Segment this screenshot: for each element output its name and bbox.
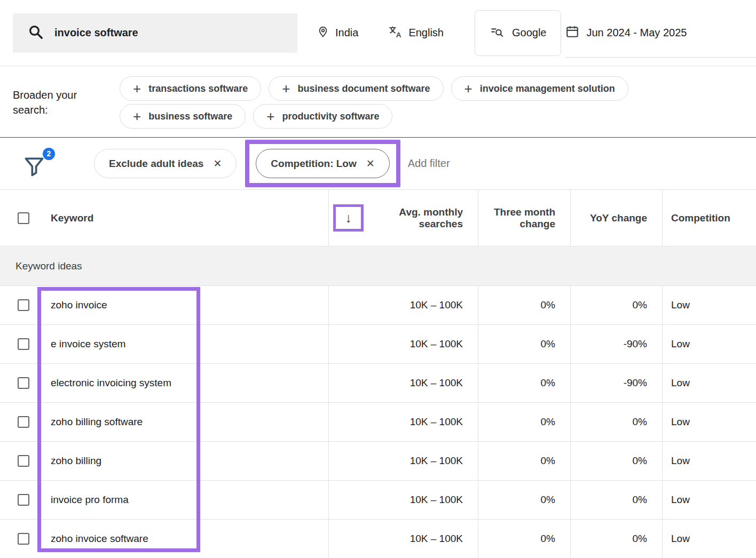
competition-value: Low [671,377,690,389]
header-competition: Competition [671,212,730,224]
plus-icon: + [282,82,290,95]
filter-chip-exclude-adult[interactable]: Exclude adult ideas ✕ [94,149,237,178]
three-month-value: 0% [541,494,555,506]
competition-value: Low [671,455,690,467]
header-avg-monthly-searches: Avg. monthly searches [388,206,463,230]
table-row: zoho billing 10K – 100K 0% 0% Low [0,442,756,481]
row-checkbox[interactable] [18,377,29,389]
broaden-chip[interactable]: + business document software [269,76,443,101]
topbar: invoice software India A English Google … [0,0,756,66]
plus-icon: + [133,109,141,123]
keyword-text: zoho invoice [51,299,107,311]
table-header: Keyword ↓ Avg. monthly searches Three mo… [0,189,756,246]
yoy-value: 0% [633,299,647,311]
broaden-chip-label: business software [148,111,232,122]
yoy-value: 0% [633,416,647,428]
keyword-text: invoice pro forma [51,494,129,506]
competition-chip-highlight: Competition: Low ✕ [245,140,400,187]
close-icon[interactable]: ✕ [366,158,375,169]
broaden-chip[interactable]: + invoice management solution [451,76,628,101]
three-month-value: 0% [541,416,555,428]
broaden-chip[interactable]: + business software [120,104,246,129]
translate-icon: A [388,25,403,42]
svg-text:A: A [396,30,401,38]
competition-value: Low [671,299,690,311]
keyword-text: electronic invoicing system [51,377,171,389]
keyword-text: zoho invoice software [51,533,148,545]
broaden-chip[interactable]: + transactions software [120,76,261,101]
search-icon [28,24,44,42]
date-range-label: Jun 2024 - May 2025 [586,27,687,39]
row-checkbox[interactable] [18,299,29,311]
row-checkbox[interactable] [18,338,29,350]
add-filter-button[interactable]: Add filter [408,157,450,170]
broaden-chip[interactable]: + productivity software [253,104,392,129]
table-row: e invoice system 10K – 100K 0% -90% Low [0,325,756,364]
table-row: invoice pro forma 10K – 100K 0% 0% Low [0,481,756,520]
yoy-value: 0% [633,455,647,467]
location-pin-icon [317,25,329,41]
competition-value: Low [671,338,690,350]
keyword-text: e invoice system [51,338,125,350]
table-row: zoho billing software 10K – 100K 0% 0% L… [0,403,756,442]
close-icon[interactable]: ✕ [213,158,222,169]
plus-icon: + [133,82,141,95]
avg-monthly-value: 10K – 100K [410,455,463,467]
avg-monthly-value: 10K – 100K [410,533,463,545]
language-label: English [408,27,444,39]
avg-monthly-value: 10K – 100K [410,299,463,311]
select-all-checkbox[interactable] [18,212,29,224]
row-checkbox[interactable] [18,494,29,506]
three-month-value: 0% [541,455,555,467]
competition-value: Low [671,494,690,506]
keyword-text: zoho billing [51,455,101,467]
row-checkbox[interactable] [18,533,29,545]
avg-monthly-value: 10K – 100K [410,338,463,350]
table-row: electronic invoicing system 10K – 100K 0… [0,364,756,403]
yoy-value: -90% [624,338,647,350]
avg-monthly-value: 10K – 100K [410,494,463,506]
header-yoy-change: YoY change [590,212,647,224]
broaden-chips: + transactions software + business docum… [120,76,750,137]
broaden-chip-label: invoice management solution [480,83,615,94]
network-label: Google [512,27,547,39]
three-month-value: 0% [541,533,555,545]
avg-monthly-value: 10K – 100K [410,416,463,428]
plus-icon: + [464,82,472,95]
language-selector[interactable]: A English [388,25,444,42]
filters-button[interactable]: 2 [13,147,51,181]
broaden-chip-label: productivity software [282,111,379,122]
three-month-value: 0% [541,377,555,389]
table-row: zoho invoice software 10K – 100K 0% 0% L… [0,520,756,558]
table-row: zoho invoice 10K – 100K 0% 0% Low [0,286,756,325]
network-selector[interactable]: Google [475,10,562,56]
competition-value: Low [671,416,690,428]
header-three-month-change: Three month change [489,206,555,230]
row-checkbox[interactable] [18,455,29,467]
broaden-section: Broaden your search: + transactions soft… [0,66,756,137]
filter-chip-competition-low[interactable]: Competition: Low ✕ [256,149,389,178]
location-selector[interactable]: India [317,25,358,41]
filter-count-badge: 2 [43,148,55,160]
competition-value: Low [671,533,690,545]
yoy-value: -90% [624,377,647,389]
broaden-label: Broaden your search: [13,87,103,137]
keyword-ideas-section-row: Keyword ideas [0,246,756,286]
broaden-chip-label: transactions software [148,83,248,94]
row-checkbox[interactable] [18,416,29,428]
download-arrow-icon[interactable]: ↓ [345,211,352,225]
header-keyword: Keyword [51,212,93,224]
calendar-icon [565,25,579,41]
date-range-selector[interactable]: Jun 2024 - May 2025 [565,9,756,58]
yoy-value: 0% [633,494,647,506]
three-month-value: 0% [541,299,555,311]
keyword-planner-page: invoice software India A English Google … [0,0,756,558]
search-input[interactable]: invoice software [13,13,297,53]
section-label: Keyword ideas [15,260,82,272]
broaden-chip-label: business document software [297,83,430,94]
filter-chip-label: Exclude adult ideas [109,158,203,170]
filter-chip-label: Competition: Low [271,158,356,170]
keyword-text: zoho billing software [51,416,143,428]
filter-bar: 2 Exclude adult ideas ✕ Competition: Low… [0,138,756,189]
yoy-value: 0% [633,533,647,545]
